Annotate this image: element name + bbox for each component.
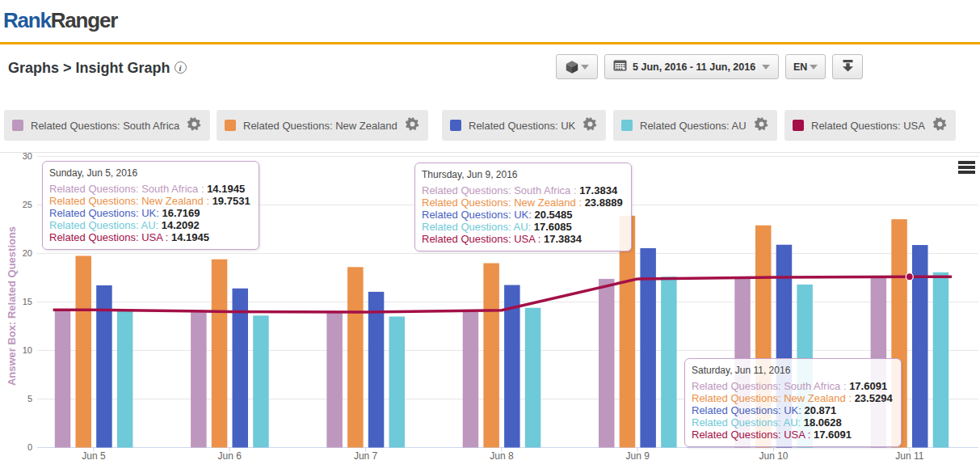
insight-chart: Answer Box: Related Questions 0510152025… <box>0 152 980 473</box>
title-bar: Graphs > Insight Graphi 5 Jun, 2016 - 11… <box>0 44 980 95</box>
tooltip-row: Related Questions: USA : 17.6091 <box>692 429 893 441</box>
series-label: Related Questions: USA <box>811 120 925 132</box>
svg-text:25: 25 <box>23 200 32 209</box>
tooltip-date: Sunday, Jun 5, 2016 <box>49 167 250 179</box>
info-icon[interactable]: i <box>175 61 187 74</box>
cube-icon <box>565 60 579 74</box>
toolbar: 5 Jun, 2016 - 11 Jun, 2016 EN <box>556 54 863 79</box>
tooltip-date: Saturday, Jun 11, 2016 <box>692 365 893 377</box>
series-color-swatch <box>225 120 236 131</box>
chevron-down-icon <box>762 65 770 70</box>
calendar-icon <box>613 59 627 74</box>
svg-text:15: 15 <box>23 297 32 306</box>
svg-text:Jun 8: Jun 8 <box>490 450 514 462</box>
series-label: Related Questions: South Africa <box>31 120 179 132</box>
gear-icon[interactable] <box>583 117 597 134</box>
legend-chip[interactable]: Related Questions: AU <box>613 110 777 141</box>
date-range-button[interactable]: 5 Jun, 2016 - 11 Jun, 2016 <box>604 54 779 79</box>
tooltip-date: Thursday, Jun 9, 2016 <box>422 169 623 181</box>
tooltip-row: Related Questions: New Zealand : 23.5294 <box>692 392 893 404</box>
rankranger-logo[interactable]: RankRanger <box>3 8 117 33</box>
download-button[interactable] <box>832 54 863 79</box>
language-label: EN <box>793 61 807 73</box>
gear-icon[interactable] <box>755 117 768 134</box>
tooltip-row: Related Questions: South Africa : 14.194… <box>49 183 250 195</box>
svg-text:0: 0 <box>27 442 32 452</box>
gear-icon[interactable] <box>187 117 201 134</box>
legend-chip[interactable]: Related Questions: South Africa <box>4 110 210 141</box>
tooltip-row: Related Questions: UK: 20.5485 <box>422 209 623 221</box>
series-legend: Related Questions: South AfricaRelated Q… <box>0 110 980 141</box>
svg-text:Jun 5: Jun 5 <box>82 450 106 462</box>
series-color-swatch <box>793 120 804 131</box>
chart-tooltip: Saturday, Jun 11, 2016Related Questions:… <box>684 358 902 447</box>
series-color-swatch <box>12 120 23 131</box>
svg-text:Jun 10: Jun 10 <box>759 450 788 462</box>
tooltip-row: Related Questions: New Zealand : 23.8889 <box>422 196 623 209</box>
gear-icon[interactable] <box>406 117 419 134</box>
series-color-swatch <box>450 120 461 131</box>
tooltip-row: Related Questions: South Africa : 17.609… <box>692 380 893 392</box>
app-header: RankRanger <box>0 0 980 44</box>
svg-text:20: 20 <box>23 248 32 258</box>
tooltip-row: Related Questions: AU: 17.6085 <box>422 221 623 233</box>
gear-icon[interactable] <box>933 117 947 134</box>
svg-text:10: 10 <box>23 345 32 355</box>
tooltip-row: Related Questions: UK: 20.871 <box>692 404 893 416</box>
date-range-label: 5 Jun, 2016 - 11 Jun, 2016 <box>633 61 755 73</box>
tooltip-row: Related Questions: USA : 14.1945 <box>49 231 250 243</box>
svg-text:Jun 7: Jun 7 <box>354 450 378 462</box>
chart-tooltip: Sunday, Jun 5, 2016Related Questions: So… <box>42 161 259 250</box>
chevron-down-icon <box>581 65 589 70</box>
package-menu-button[interactable] <box>556 54 598 79</box>
chart-tooltip: Thursday, Jun 9, 2016Related Questions: … <box>414 163 632 251</box>
tooltip-row: Related Questions: AU: 14.2092 <box>49 219 250 231</box>
breadcrumb: Graphs > Insight Graphi <box>8 60 187 77</box>
series-label: Related Questions: AU <box>640 120 747 132</box>
tooltip-row: Related Questions: New Zealand : 19.7531 <box>49 195 250 207</box>
series-color-swatch <box>621 120 633 131</box>
series-label: Related Questions: New Zealand <box>243 120 397 132</box>
tooltip-row: Related Questions: UK: 16.7169 <box>49 207 250 219</box>
download-icon <box>842 59 854 74</box>
series-label: Related Questions: UK <box>469 120 575 132</box>
svg-text:Jun 6: Jun 6 <box>218 450 242 462</box>
svg-text:30: 30 <box>23 153 32 161</box>
legend-chip[interactable]: Related Questions: USA <box>784 110 956 141</box>
svg-text:Jun 9: Jun 9 <box>626 450 650 462</box>
language-button[interactable]: EN <box>785 54 826 79</box>
tooltip-row: Related Questions: AU: 18.0628 <box>692 416 893 429</box>
legend-chip[interactable]: Related Questions: UK <box>442 110 606 141</box>
tooltip-row: Related Questions: South Africa : 17.383… <box>422 184 623 196</box>
legend-chip[interactable]: Related Questions: New Zealand <box>217 110 428 141</box>
chevron-down-icon <box>810 65 818 70</box>
svg-text:Jun 11: Jun 11 <box>895 450 923 462</box>
svg-text:5: 5 <box>27 394 32 403</box>
tooltip-row: Related Questions: USA : 17.3834 <box>422 233 623 245</box>
